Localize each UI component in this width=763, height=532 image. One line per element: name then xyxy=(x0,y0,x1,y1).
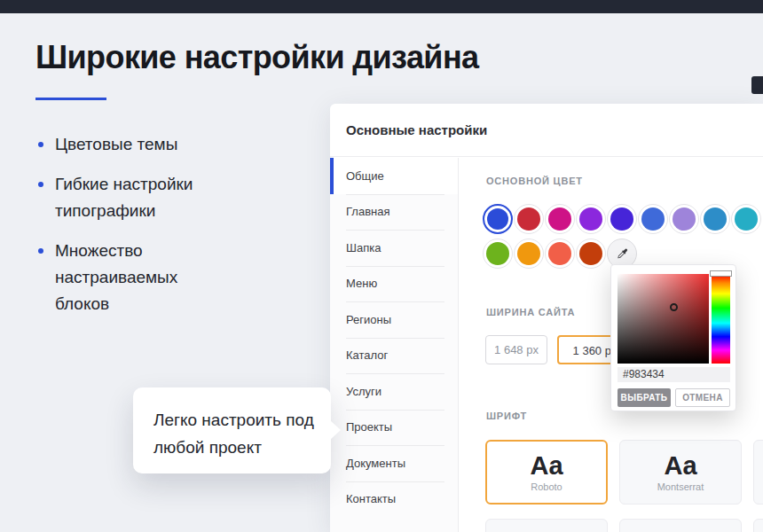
picker-select-button[interactable]: ВЫБРАТЬ xyxy=(617,388,671,407)
sidebar-item-katalog[interactable]: Каталог xyxy=(330,338,458,374)
font-sample: Aa xyxy=(664,452,696,479)
swatch-color xyxy=(641,207,665,231)
font-card-partial[interactable] xyxy=(485,519,608,532)
section-label-width: ШИРИНА САЙТА xyxy=(486,307,575,317)
font-name: Roboto xyxy=(531,481,562,492)
swatch-color xyxy=(704,207,727,231)
sidebar-item-shapka[interactable]: Шапка xyxy=(330,230,458,266)
swatch-color xyxy=(548,207,571,231)
panel-title: Основные настройки xyxy=(346,122,487,137)
sidebar-item-label: Меню xyxy=(346,277,377,290)
page-title: Широкие настройки дизайна xyxy=(35,39,478,76)
color-swatch[interactable] xyxy=(638,204,668,234)
swatch-color xyxy=(486,242,509,265)
sidebar-item-glavnaya[interactable]: Главная xyxy=(330,194,458,231)
color-swatch[interactable] xyxy=(607,204,637,234)
section-label-color: ОСНОВНОЙ ЦВЕТ xyxy=(486,176,583,186)
font-card-roboto[interactable]: Aa Roboto xyxy=(485,440,608,505)
list-item: Гибкие настройки типографики xyxy=(35,171,235,224)
section-label-font: ШРИФТ xyxy=(486,411,527,421)
saturation-area[interactable] xyxy=(617,274,709,364)
bullet-dot xyxy=(38,142,43,147)
color-picker-popup: #983434 ВЫБРАТЬ ОТМЕНА xyxy=(610,264,736,411)
swatch-color xyxy=(487,208,508,230)
sidebar-item-dokumenty[interactable]: Документы xyxy=(330,445,458,481)
site-width-input-1[interactable]: 1 648 px xyxy=(485,335,547,364)
page: Широкие настройки дизайна Цветовые темы … xyxy=(0,0,763,532)
swatch-color xyxy=(579,207,602,231)
panel-header: Основные настройки xyxy=(330,104,763,157)
sidebar-item-label: Регионы xyxy=(346,313,391,326)
swatch-color xyxy=(579,242,602,265)
swatch-color xyxy=(548,242,571,265)
feature-text: Цветовые темы xyxy=(55,131,232,158)
sidebar-item-obshchie[interactable]: Общие xyxy=(330,158,458,194)
font-card-montserrat[interactable]: Aa Montserrat xyxy=(619,440,742,505)
font-sample: Aa xyxy=(530,452,562,479)
color-swatch[interactable] xyxy=(483,239,513,269)
list-item: Множество настраиваемых блоков xyxy=(35,238,235,317)
sidebar-item-label: Документы xyxy=(346,457,405,470)
font-card-partial[interactable] xyxy=(753,519,763,532)
font-card-partial[interactable] xyxy=(753,440,763,505)
hue-slider[interactable] xyxy=(712,274,730,364)
sidebar-item-menu[interactable]: Меню xyxy=(330,266,458,302)
sidebar-item-regiony[interactable]: Регионы xyxy=(330,301,458,338)
color-swatch[interactable] xyxy=(576,239,606,269)
hex-color-input[interactable]: #983434 xyxy=(617,367,730,382)
color-swatch[interactable] xyxy=(514,239,544,269)
sidebar-item-label: Услуги xyxy=(346,385,382,398)
color-swatch-selected[interactable] xyxy=(483,204,513,234)
swatch-color xyxy=(610,207,633,231)
color-swatch[interactable] xyxy=(669,204,699,234)
sidebar-item-label: Главная xyxy=(346,205,389,218)
bullet-dot xyxy=(38,248,43,254)
title-accent-underline xyxy=(35,98,106,100)
sidebar-item-label: Шапка xyxy=(346,241,381,254)
feature-text: Множество настраиваемых блоков xyxy=(55,238,232,317)
color-swatch[interactable] xyxy=(545,204,575,234)
sidebar-item-proekty[interactable]: Проекты xyxy=(330,410,458,446)
swatch-color xyxy=(517,207,540,231)
tooltip-arrow xyxy=(330,420,341,440)
color-swatches xyxy=(483,204,761,269)
font-name: Montserrat xyxy=(657,481,704,492)
sidebar-item-kontakty[interactable]: Контакты xyxy=(330,481,458,518)
color-swatch[interactable] xyxy=(731,204,761,234)
callout-tooltip: Легко настроить под любой проект xyxy=(133,387,331,473)
eyedropper-icon xyxy=(616,247,629,261)
feature-list: Цветовые темы Гибкие настройки типографи… xyxy=(35,131,235,331)
swatch-color xyxy=(735,207,758,231)
sidebar-item-label: Проекты xyxy=(346,420,392,434)
feature-text: Гибкие настройки типографики xyxy=(55,171,232,224)
color-swatch[interactable] xyxy=(700,204,730,234)
sidebar-item-label: Общие xyxy=(346,169,384,183)
swatch-color xyxy=(517,242,540,265)
bullet-dot xyxy=(38,182,43,187)
picker-cancel-button[interactable]: ОТМЕНА xyxy=(675,388,730,407)
color-swatch[interactable] xyxy=(576,204,606,234)
settings-sidebar: Общие Главная Шапка Меню Регионы Каталог… xyxy=(330,158,459,532)
color-swatch[interactable] xyxy=(514,204,544,234)
sidebar-item-uslugi[interactable]: Услуги xyxy=(330,373,458,410)
tooltip-text: Легко настроить под любой проект xyxy=(153,411,314,457)
sidebar-item-label: Каталог xyxy=(346,348,388,362)
top-dark-bar xyxy=(0,0,763,13)
right-edge-decoration xyxy=(751,76,763,94)
list-item: Цветовые темы xyxy=(35,131,235,158)
sidebar-item-label: Контакты xyxy=(346,492,396,505)
font-card-partial[interactable] xyxy=(619,519,742,532)
saturation-cursor[interactable] xyxy=(670,303,678,311)
color-swatch[interactable] xyxy=(545,239,575,269)
hue-slider-handle[interactable] xyxy=(710,270,732,277)
swatch-row-1 xyxy=(483,204,761,234)
swatch-color xyxy=(673,207,696,231)
